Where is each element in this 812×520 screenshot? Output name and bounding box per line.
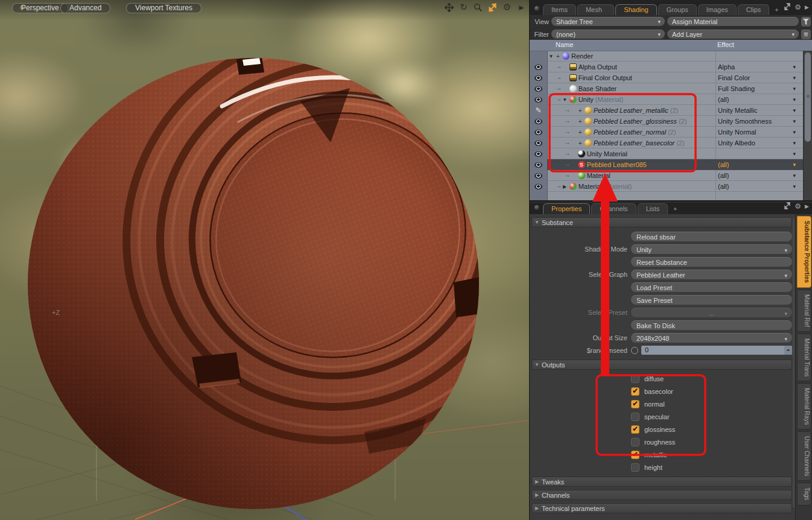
effect-cell[interactable] — [718, 51, 799, 62]
tab-groups[interactable]: Groups — [658, 4, 697, 15]
tree-item[interactable]: ┄▪Material — [565, 170, 611, 181]
tree-row-pebbled-leather-normal[interactable]: ┄▪+Pebbled Leather_normal(2)Unity Normal… — [530, 127, 804, 138]
effect-cell[interactable]: (all)▾ — [718, 159, 799, 170]
effect-cell[interactable]: Unity Metallic▾ — [718, 105, 799, 116]
outputs-section-header[interactable]: ▼ Outputs — [531, 360, 792, 370]
effect-cell[interactable]: Unity Albedo▾ — [718, 138, 799, 148]
tab-channels[interactable]: Channels — [591, 203, 636, 214]
panel-gear-icon[interactable]: ⚙ — [795, 3, 801, 11]
tree-item[interactable]: ▼+Render — [548, 51, 593, 62]
visibility-cell[interactable] — [530, 51, 547, 62]
effect-cell[interactable]: Final Color▾ — [718, 72, 799, 83]
pan-icon[interactable] — [444, 2, 454, 13]
effect-cell[interactable]: Unity Smoothness▾ — [718, 116, 799, 127]
reload-sbsar-button[interactable]: Reload sbsar — [631, 232, 792, 241]
add-tab-button[interactable]: + — [770, 5, 782, 15]
tree-row-unity[interactable]: ┄▪▼Unity(Material)(all)▾ — [530, 94, 804, 105]
visibility-eye-icon[interactable] — [534, 86, 542, 92]
visibility-cell[interactable] — [530, 170, 547, 181]
tree-item[interactable]: ┄▪▶Material(Material) — [557, 181, 632, 192]
expand-plus-icon[interactable]: + — [578, 140, 583, 147]
zoom-icon[interactable] — [473, 2, 483, 13]
side-tab-material-rays[interactable]: Material Rays — [797, 383, 811, 430]
visibility-eye-icon[interactable] — [534, 130, 542, 135]
visibility-eye-icon[interactable] — [534, 151, 542, 157]
tree-item[interactable]: ┄▪Final Color Output — [557, 72, 632, 83]
visibility-cell[interactable] — [530, 159, 547, 170]
panel-widget-icon[interactable] — [534, 205, 539, 210]
add-layer-dropdown[interactable]: Add Layer▾ — [667, 30, 799, 39]
tree-row-material[interactable]: ┄▪▶Material(Material)(all)▾ — [530, 181, 804, 192]
advanced-button[interactable]: Advanced — [60, 3, 110, 13]
filter-funnel-button[interactable] — [801, 17, 811, 27]
dropdown-arrow-icon[interactable]: ▾ — [793, 173, 796, 179]
side-tab-tags[interactable]: Tags — [797, 483, 811, 505]
tree-item[interactable]: ┄▪Pebbled Leather085 — [565, 159, 647, 170]
tree-item[interactable]: ┄▪+Pebbled Leather_basecolor(2) — [565, 138, 685, 148]
checkbox-normal[interactable] — [631, 400, 639, 408]
bake-to-disk-button[interactable]: Bake To Disk — [631, 320, 792, 330]
checkbox-specular[interactable] — [631, 413, 639, 421]
tab-lists[interactable]: Lists — [638, 203, 668, 214]
effect-cell[interactable]: (all)▾ — [718, 170, 799, 181]
tree-item[interactable]: ┄▪+Pebbled Leather_glossiness(2) — [565, 116, 687, 127]
visibility-cell[interactable] — [530, 94, 547, 105]
layer-options-button[interactable]: ≣ — [801, 30, 811, 39]
effect-cell[interactable]: Unity Normal▾ — [718, 127, 799, 138]
substance-section-header[interactable]: ▼ Substance — [531, 217, 792, 227]
visibility-eye-icon[interactable] — [534, 141, 542, 146]
checkbox-metallic[interactable] — [631, 451, 639, 459]
rotate-icon[interactable]: ↻ — [458, 2, 469, 13]
visibility-cell[interactable] — [530, 62, 547, 72]
effect-cell[interactable]: ▾ — [718, 148, 799, 159]
toggle-circle-icon[interactable] — [631, 347, 638, 354]
tree-item[interactable]: ┄▪Unity Material — [565, 148, 627, 159]
expand-plus-icon[interactable]: + — [578, 129, 583, 136]
expand-panel-icon[interactable] — [784, 201, 791, 212]
dropdown-arrow-icon[interactable]: ▾ — [793, 107, 796, 113]
panel-more-icon[interactable]: ▶ — [805, 203, 809, 209]
tree-row-alpha-output[interactable]: ┄▪Alpha OutputAlpha▾ — [530, 62, 804, 72]
side-tab-user-channels[interactable]: User Channels — [797, 431, 811, 481]
visibility-cell[interactable]: ✎ — [530, 105, 547, 116]
tree-row-final-color-output[interactable]: ┄▪Final Color OutputFinal Color▾ — [530, 72, 804, 83]
expand-plus-icon[interactable]: + — [578, 118, 583, 125]
tree-row-pebbled-leather-metallic[interactable]: ✎┄▪+Pebbled Leather_metallic(2)Unity Met… — [530, 105, 804, 116]
tab-items[interactable]: Items — [543, 4, 576, 15]
expand-plus-icon[interactable]: + — [578, 107, 583, 114]
dropdown-arrow-icon[interactable]: ▾ — [784, 334, 787, 344]
effect-cell[interactable]: (all)▾ — [718, 94, 799, 105]
tree-row-base-shader[interactable]: ┄▪Base ShaderFull Shading▾ — [530, 83, 804, 94]
tree-item[interactable]: ┄▪+Pebbled Leather_normal(2) — [565, 127, 676, 138]
tab-images[interactable]: Images — [698, 4, 737, 15]
dropdown-arrow-icon[interactable]: ▾ — [784, 271, 787, 281]
unity-dropdown[interactable]: Unity▾ — [631, 244, 792, 254]
checkbox-diffuse[interactable] — [631, 375, 639, 383]
twisty-icon[interactable]: ▼ — [548, 54, 554, 59]
perspective-button[interactable]: Perspective — [12, 3, 68, 13]
expand-panel-icon[interactable] — [784, 2, 791, 13]
view-mode-dropdown[interactable]: Shader Tree▾ — [551, 17, 665, 26]
side-tab-material-ref[interactable]: Material Ref — [797, 290, 811, 332]
properties-scrollbar[interactable] — [793, 218, 795, 507]
panel-more-icon[interactable]: ▶ — [805, 4, 809, 10]
tree-item[interactable]: ┄▪▼Unity(Material) — [557, 94, 623, 105]
dropdown-arrow-icon[interactable]: ▾ — [793, 129, 796, 135]
visibility-eye-icon[interactable] — [534, 75, 542, 81]
dropdown-arrow-icon[interactable]: ▾ — [784, 246, 787, 255]
dropdown-arrow-icon[interactable]: ▾ — [793, 183, 796, 189]
dropdown-arrow-icon[interactable]: ▾ — [793, 118, 796, 124]
effect-cell[interactable]: Full Shading▾ — [718, 83, 799, 94]
visibility-cell[interactable] — [530, 127, 547, 138]
fit-view-icon[interactable] — [487, 2, 498, 13]
expand-plus-icon[interactable]: + — [556, 53, 560, 60]
side-tab-substance-properties[interactable]: Substance Properties — [797, 216, 811, 288]
randomseed-input[interactable]: 0◂▸ — [641, 346, 792, 355]
2048x2048-dropdown[interactable]: 2048x2048▾ — [631, 333, 792, 343]
tree-item[interactable]: ┄▪+Pebbled Leather_metallic(2) — [565, 105, 678, 116]
add-tab-button[interactable]: + — [669, 204, 681, 214]
dropdown-arrow-icon[interactable]: ▾ — [793, 151, 796, 157]
load-preset-button[interactable]: Load Preset — [631, 282, 792, 292]
tab-shading[interactable]: Shading — [615, 4, 656, 15]
settings-gear-icon[interactable]: ⚙ — [502, 2, 512, 13]
